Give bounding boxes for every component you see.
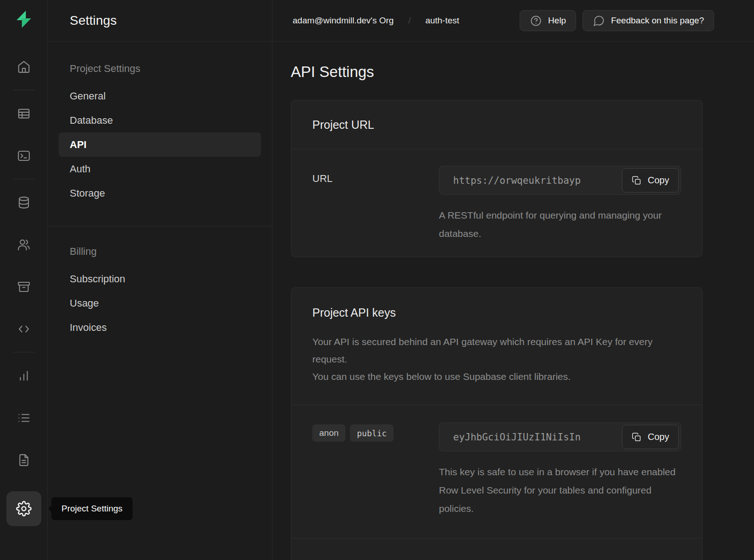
supabase-dashboard: Project Settings Settings Project Settin… <box>0 0 754 560</box>
breadcrumb-project[interactable]: auth-test <box>425 16 459 26</box>
settings-sidebar: Settings Project Settings General Databa… <box>48 0 272 560</box>
project-url-card: Project URL URL https://orwqeukritbayp C… <box>291 100 703 257</box>
breadcrumb-org[interactable]: adam@windmill.dev's Org <box>293 16 394 26</box>
database-icon <box>17 196 31 209</box>
archive-box-icon <box>17 280 31 294</box>
copy-anon-key-label: Copy <box>648 432 669 442</box>
breadcrumb-separator: / <box>408 16 410 26</box>
bar-chart-icon <box>17 369 31 383</box>
project-url-row: URL https://orwqeukritbayp Copy A RESTfu… <box>291 149 702 257</box>
sidebar-item-auth[interactable]: Auth <box>59 157 261 181</box>
project-api-keys-card: Project API keys Your API is secured beh… <box>291 287 703 560</box>
rail-divider <box>13 352 34 352</box>
url-field: https://orwqeukritbayp Copy A RESTful en… <box>439 166 681 243</box>
table-icon <box>17 107 31 121</box>
main-content: adam@windmill.dev's Org / auth-test Help <box>272 0 754 560</box>
rail-item-reports[interactable] <box>14 366 34 386</box>
code-brackets-icon <box>17 322 31 336</box>
next-key-row-cutoff <box>291 538 702 560</box>
rail-divider <box>13 90 34 90</box>
copy-url-label: Copy <box>648 175 669 186</box>
help-button[interactable]: Help <box>520 10 576 31</box>
anon-key-description: This key is safe to use in a browser if … <box>439 463 681 518</box>
rail-item-storage[interactable] <box>14 277 34 297</box>
users-icon <box>17 238 31 252</box>
rail-item-logs[interactable] <box>14 408 34 428</box>
copy-url-button[interactable]: Copy <box>622 168 679 192</box>
topbar-actions: Help Feedback on this page? <box>520 10 714 31</box>
feedback-button-label: Feedback on this page? <box>611 16 704 26</box>
rail-item-docs[interactable] <box>14 450 34 470</box>
anon-badge: anon <box>312 424 345 442</box>
sidebar-item-subscription[interactable]: Subscription <box>59 267 261 291</box>
api-keys-card-title: Project API keys <box>312 306 681 319</box>
speech-bubble-icon <box>593 15 605 27</box>
sidebar-item-invoices[interactable]: Invoices <box>59 315 261 340</box>
help-circle-icon <box>530 15 542 27</box>
section-label-billing: Billing <box>59 246 261 258</box>
help-button-label: Help <box>548 16 566 26</box>
rail-item-sql-editor[interactable] <box>14 146 34 166</box>
api-settings-page: API Settings Project URL URL https://orw… <box>272 42 754 560</box>
sidebar-item-api[interactable]: API <box>59 132 261 157</box>
project-settings-tooltip: Project Settings <box>51 497 133 520</box>
rail-item-database[interactable] <box>14 192 34 213</box>
sidebar-item-storage[interactable]: Storage <box>59 181 261 205</box>
public-badge: public <box>350 424 394 442</box>
list-icon <box>17 411 31 425</box>
anon-key-badges: anon public <box>312 423 439 442</box>
url-label: URL <box>312 166 439 185</box>
terminal-icon <box>17 149 31 163</box>
settings-sidebar-header: Settings <box>48 0 272 42</box>
api-keys-description-2: You can use the keys below to use Supaba… <box>312 368 681 385</box>
section-label-project-settings: Project Settings <box>59 63 261 75</box>
settings-title: Settings <box>70 13 117 28</box>
page-title: API Settings <box>291 63 754 81</box>
breadcrumb: adam@windmill.dev's Org / auth-test <box>293 16 459 26</box>
settings-sidebar-nav: Project Settings General Database API Au… <box>48 42 272 340</box>
supabase-bolt-icon <box>13 9 34 30</box>
feedback-button[interactable]: Feedback on this page? <box>582 10 714 31</box>
rail-item-home[interactable] <box>14 57 34 77</box>
rail-item-table-editor[interactable] <box>14 104 34 124</box>
sidebar-item-usage[interactable]: Usage <box>59 291 261 315</box>
icon-rail <box>0 0 48 560</box>
project-url-card-header: Project URL <box>291 100 702 149</box>
rail-item-edge-functions[interactable] <box>14 319 34 339</box>
anon-key-row: anon public eyJhbGciOiJIUzI1NiIsIn Copy <box>291 405 702 538</box>
api-keys-description-1: Your API is secured behind an API gatewa… <box>312 333 681 368</box>
anon-key-field: eyJhbGciOiJIUzI1NiIsIn Copy This key is … <box>439 423 681 518</box>
settings-gear-icon <box>16 501 32 516</box>
copy-icon <box>632 432 642 442</box>
project-url-card-title: Project URL <box>312 118 374 132</box>
supabase-logo[interactable] <box>13 8 35 30</box>
rail-item-auth[interactable] <box>14 235 34 255</box>
rail-item-project-settings[interactable] <box>6 491 41 526</box>
copy-anon-key-button[interactable]: Copy <box>622 425 679 449</box>
sidebar-item-general[interactable]: General <box>59 84 261 108</box>
sidebar-divider <box>48 226 272 226</box>
api-keys-card-header: Project API keys Your API is secured beh… <box>291 288 702 405</box>
copy-icon <box>632 176 642 186</box>
topbar: adam@windmill.dev's Org / auth-test Help <box>272 0 754 42</box>
rail-divider <box>13 179 34 179</box>
sidebar-item-database[interactable]: Database <box>59 108 261 132</box>
url-description: A RESTful endpoint for querying and mana… <box>439 206 681 243</box>
home-icon <box>17 60 31 74</box>
file-text-icon <box>17 453 31 467</box>
